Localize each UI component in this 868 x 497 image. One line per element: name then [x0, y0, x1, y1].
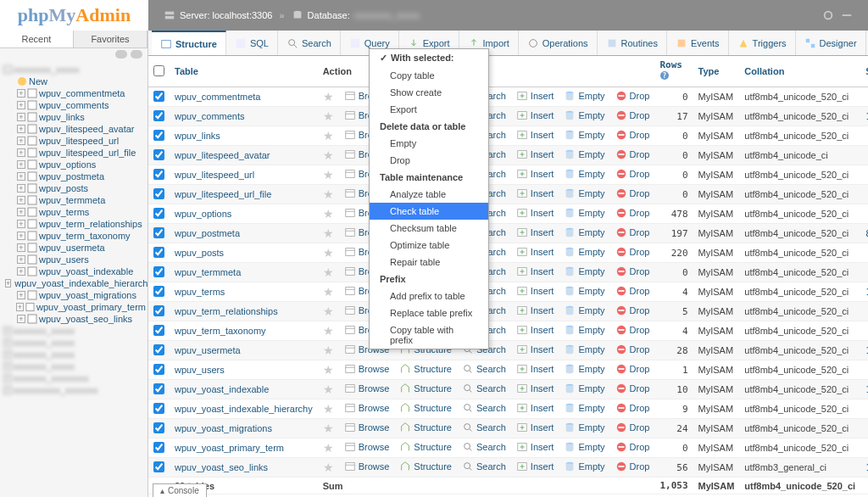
favorite-star-icon[interactable]: ★: [323, 187, 334, 201]
ctx-check-table[interactable]: Check table: [370, 203, 488, 220]
drop-action[interactable]: Drop: [615, 226, 650, 238]
sidebar-tab-recent[interactable]: Recent: [0, 31, 74, 47]
logo[interactable]: phpMyAdmin: [0, 0, 148, 31]
structure-action[interactable]: Structure: [399, 461, 452, 472]
row-checkbox[interactable]: [153, 422, 164, 433]
empty-action[interactable]: Empty: [564, 363, 604, 375]
insert-action[interactable]: Insert: [516, 129, 554, 141]
row-checkbox[interactable]: [153, 364, 164, 375]
table-name-link[interactable]: wpuv_term_taxonomy: [175, 326, 266, 336]
row-checkbox[interactable]: [153, 91, 164, 102]
tree-table[interactable]: + wpuv_yoast_primary_term: [2, 301, 146, 313]
insert-action[interactable]: Insert: [516, 246, 554, 258]
table-name-link[interactable]: wpuv_comments: [175, 111, 245, 121]
favorite-star-icon[interactable]: ★: [323, 402, 334, 416]
checkall-header[interactable]: [153, 65, 164, 76]
tab-routines[interactable]: Routines: [598, 31, 667, 55]
insert-action[interactable]: Insert: [516, 265, 554, 277]
col-rows[interactable]: Rows ?: [654, 56, 693, 87]
ctx-repair-table[interactable]: Repair table: [370, 254, 488, 271]
ctx-copy-table[interactable]: Copy table: [370, 67, 488, 84]
insert-action[interactable]: Insert: [516, 148, 554, 160]
favorite-star-icon[interactable]: ★: [323, 304, 334, 318]
tree-table[interactable]: + wpuv_links: [2, 111, 146, 123]
table-name-link[interactable]: wpuv_links: [175, 131, 220, 141]
search-action[interactable]: Search: [462, 461, 506, 472]
help-icon[interactable]: ?: [659, 70, 670, 81]
search-action[interactable]: Search: [462, 363, 506, 375]
structure-action[interactable]: Structure: [399, 363, 452, 375]
drop-action[interactable]: Drop: [615, 109, 650, 121]
browse-action[interactable]: Browse: [344, 363, 390, 375]
table-name-link[interactable]: wpuv_postmeta: [175, 228, 240, 238]
tree-table[interactable]: + wpuv_users: [2, 254, 146, 265]
empty-action[interactable]: Empty: [564, 109, 604, 121]
drop-action[interactable]: Drop: [615, 441, 650, 453]
drop-action[interactable]: Drop: [615, 90, 650, 102]
favorite-star-icon[interactable]: ★: [323, 129, 334, 142]
ctx-optimize-table[interactable]: Optimize table: [370, 237, 488, 254]
row-checkbox[interactable]: [153, 110, 164, 121]
favorite-star-icon[interactable]: ★: [323, 461, 334, 474]
sidebar-tab-favorites[interactable]: Favorites: [74, 31, 147, 47]
tree-table[interactable]: + wpuv_yoast_indexable: [2, 265, 146, 277]
drop-action[interactable]: Drop: [615, 285, 650, 297]
ctx-analyze-table[interactable]: Analyze table: [370, 186, 488, 203]
drop-action[interactable]: Drop: [615, 187, 650, 199]
drop-action[interactable]: Drop: [615, 324, 650, 336]
browse-action[interactable]: Browse: [344, 422, 390, 433]
favorite-star-icon[interactable]: ★: [323, 168, 334, 181]
row-checkbox[interactable]: [153, 305, 164, 316]
ctx-copy-table-with-prefix[interactable]: Copy table with prefix: [370, 321, 488, 349]
tree-db-other[interactable]: + xxxxxxx_xxxxx: [2, 337, 146, 349]
tree-table[interactable]: + wpuv_termmeta: [2, 194, 146, 206]
row-checkbox[interactable]: [153, 461, 164, 472]
favorite-star-icon[interactable]: ★: [323, 363, 334, 377]
browse-action[interactable]: Browse: [344, 441, 390, 453]
structure-action[interactable]: Structure: [399, 383, 452, 394]
tree-db-other[interactable]: + xxxxxxx_xxxxxxxx: [2, 372, 146, 384]
insert-action[interactable]: Insert: [516, 226, 554, 238]
col-size[interactable]: Size: [860, 56, 868, 87]
col-type[interactable]: Type: [693, 56, 740, 87]
table-name-link[interactable]: wpuv_commentmeta: [175, 92, 261, 102]
empty-action[interactable]: Empty: [564, 304, 604, 316]
empty-action[interactable]: Empty: [564, 168, 604, 180]
drop-action[interactable]: Drop: [615, 402, 650, 414]
tree-table[interactable]: + wpuv_postmeta: [2, 170, 146, 182]
drop-action[interactable]: Drop: [615, 343, 650, 355]
collapse-icon[interactable]: [841, 9, 853, 21]
row-checkbox[interactable]: [153, 325, 164, 336]
table-name-link[interactable]: wpuv_litespeed_url: [175, 170, 254, 180]
breadcrumb-database[interactable]: Database: xxxxxxxx_xxxxx: [285, 9, 427, 21]
tree-table[interactable]: + wpuv_options: [2, 159, 146, 170]
insert-action[interactable]: Insert: [516, 304, 554, 316]
row-checkbox[interactable]: [153, 208, 164, 219]
tab-operations[interactable]: Operations: [519, 31, 598, 55]
insert-action[interactable]: Insert: [516, 422, 554, 433]
favorite-star-icon[interactable]: ★: [323, 441, 334, 455]
favorite-star-icon[interactable]: ★: [323, 246, 334, 260]
insert-action[interactable]: Insert: [516, 324, 554, 336]
empty-action[interactable]: Empty: [564, 285, 604, 297]
drop-action[interactable]: Drop: [615, 168, 650, 180]
favorite-star-icon[interactable]: ★: [323, 383, 334, 396]
favorite-star-icon[interactable]: ★: [323, 207, 334, 221]
table-name-link[interactable]: wpuv_usermeta: [175, 345, 241, 355]
empty-action[interactable]: Empty: [564, 461, 604, 472]
favorite-star-icon[interactable]: ★: [323, 285, 334, 299]
insert-action[interactable]: Insert: [516, 187, 554, 199]
tree-table[interactable]: + wpuv_commentmeta: [2, 87, 146, 99]
empty-action[interactable]: Empty: [564, 187, 604, 199]
insert-action[interactable]: Insert: [516, 343, 554, 355]
tree-table[interactable]: + wpuv_term_relationships: [2, 218, 146, 230]
row-checkbox[interactable]: [153, 266, 164, 277]
empty-action[interactable]: Empty: [564, 324, 604, 336]
table-name-link[interactable]: wpuv_litespeed_url_file: [175, 189, 271, 199]
tab-events[interactable]: Events: [667, 31, 729, 55]
insert-action[interactable]: Insert: [516, 461, 554, 472]
search-action[interactable]: Search: [462, 383, 506, 394]
drop-action[interactable]: Drop: [615, 363, 650, 375]
insert-action[interactable]: Insert: [516, 383, 554, 394]
empty-action[interactable]: Empty: [564, 402, 604, 414]
